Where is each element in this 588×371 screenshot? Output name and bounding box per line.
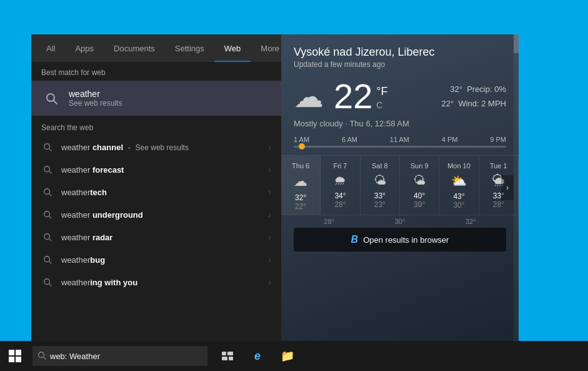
hour-label: 1 AM: [294, 136, 309, 143]
unit-celsius: C: [376, 99, 387, 112]
low-temp: 28°: [493, 200, 504, 209]
day-name: Sat 8: [372, 162, 388, 170]
arrow-icon: ›: [268, 210, 271, 220]
weather-temperature: 22 °F C: [334, 79, 388, 114]
search-icon: [37, 351, 46, 362]
bottom-temp: 32°: [466, 218, 476, 225]
best-match-item[interactable]: weather See web results: [31, 81, 281, 116]
svg-line-12: [49, 239, 52, 241]
tab-web[interactable]: Web: [214, 34, 251, 62]
search-icon: [41, 88, 61, 108]
forecast-day-sat: Sat 8 🌤 33° 23°: [361, 156, 400, 215]
file-explorer-button[interactable]: 📁: [272, 341, 302, 371]
arrow-icon: ›: [268, 277, 271, 287]
low-temp: 30°: [453, 201, 464, 210]
search-web-label: Search the web: [31, 117, 281, 136]
bing-icon: B: [351, 234, 359, 245]
search-panel: All Apps Documents Settings Web More ▼: [31, 34, 519, 341]
taskbar-search-box[interactable]: [32, 346, 207, 366]
weather-icon: ☁: [294, 173, 307, 190]
wind-info: 22° Wind: 2 MPH: [442, 96, 506, 111]
weather-icon: ⛅: [451, 173, 467, 188]
high-temp: 43°: [453, 192, 464, 201]
hour-label: 11 AM: [390, 136, 409, 143]
hourly-container: 1 AM 6 AM 11 AM 4 PM 9 PM: [281, 133, 519, 154]
search-icon: [41, 276, 54, 288]
high-low-temp: 32° Precip: 0%: [442, 82, 506, 96]
forecast-next-button[interactable]: ›: [501, 175, 514, 200]
high-temp: 32°: [295, 193, 306, 202]
task-view-button[interactable]: [212, 341, 242, 371]
day-name: Fri 7: [333, 162, 347, 170]
search-icon: [41, 231, 54, 243]
arrow-icon: ›: [268, 165, 271, 175]
weather-header: Vysoké nad Jizerou, Liberec Updated a fe…: [281, 34, 519, 74]
open-browser-label: Open results in browser: [363, 235, 449, 245]
forecast-bottom-strip: 28° 30° 32°: [281, 215, 519, 228]
best-match-label: Best match for web: [31, 62, 281, 81]
svg-line-18: [44, 357, 46, 359]
edge-icon: e: [254, 350, 261, 363]
suggestion-text: weathering with you: [61, 278, 268, 287]
weather-icon: 🌤: [413, 173, 426, 188]
cloud-icon: ☁: [294, 79, 324, 114]
arrow-icon: ›: [268, 142, 271, 152]
scrollbar[interactable]: [514, 34, 519, 341]
search-icon: [41, 253, 54, 266]
tab-apps[interactable]: Apps: [65, 34, 104, 62]
weather-updated: Updated a few minutes ago: [294, 60, 506, 69]
suggestion-item[interactable]: weather forecast ›: [31, 158, 281, 181]
svg-line-16: [49, 284, 52, 287]
suggestion-item[interactable]: weather underground ›: [31, 203, 281, 226]
folder-icon: 📁: [281, 349, 294, 363]
search-input[interactable]: [50, 352, 202, 361]
svg-line-10: [49, 216, 52, 219]
arrow-icon: ›: [268, 187, 271, 197]
scrollbar-thumb: [514, 34, 519, 53]
day-name: Tue 1: [490, 162, 507, 170]
svg-point-1: [47, 94, 54, 101]
weather-icon: 🌤: [374, 173, 386, 188]
hourly-labels: 1 AM 6 AM 11 AM 4 PM 9 PM: [294, 136, 506, 143]
day-name: Mon 10: [447, 162, 471, 170]
day-name: Thu 6: [292, 162, 309, 170]
arrow-icon: ›: [268, 232, 271, 242]
edge-browser-button[interactable]: e: [242, 341, 272, 371]
nav-tabs: All Apps Documents Settings Web More ▼: [31, 34, 281, 62]
suggestion-item[interactable]: weather channel - See web results ›: [31, 136, 281, 158]
search-icon: [41, 208, 54, 221]
low-temp: 39°: [414, 200, 425, 209]
suggestion-item[interactable]: weathertech ›: [31, 181, 281, 203]
tab-all[interactable]: All: [36, 34, 65, 62]
suggestion-text: weatherbug: [61, 255, 268, 265]
forecast-day-fri: Fri 7 🌧 34° 28°: [321, 156, 360, 215]
windows-icon: [9, 350, 21, 362]
best-match-title: weather: [69, 89, 122, 99]
bottom-temp: 30°: [395, 218, 406, 225]
hourly-bar: [294, 146, 506, 148]
weather-panel: Vysoké nad Jizerou, Liberec Updated a fe…: [281, 34, 519, 341]
bottom-temp: 28°: [324, 218, 334, 225]
hour-label: 4 PM: [442, 136, 458, 143]
suggestion-text: weathertech: [61, 188, 268, 197]
tab-documents[interactable]: Documents: [104, 34, 165, 62]
svg-line-6: [49, 171, 52, 174]
svg-rect-21: [222, 357, 227, 360]
suggestion-item[interactable]: weather radar ›: [31, 226, 281, 248]
svg-rect-22: [229, 357, 233, 360]
suggestion-text: weather channel - See web results: [61, 143, 268, 152]
low-temp: 28°: [334, 200, 346, 209]
suggestion-item[interactable]: weatherbug ›: [31, 248, 281, 271]
tab-settings[interactable]: Settings: [165, 34, 214, 62]
suggestions-list: weather channel - See web results › weat…: [31, 136, 281, 293]
weather-details: 32° Precip: 0% 22° Wind: 2 MPH: [442, 82, 506, 111]
open-browser-button[interactable]: B Open results in browser: [294, 228, 506, 252]
day-name: Sun 9: [411, 162, 429, 170]
weather-condition: Mostly cloudy · Thu 6, 12:58 AM: [281, 116, 519, 133]
left-panel: All Apps Documents Settings Web More ▼: [31, 34, 281, 341]
taskbar-center-icons: e 📁: [212, 341, 302, 371]
start-button[interactable]: [0, 341, 30, 371]
svg-line-4: [49, 149, 52, 151]
high-temp: 33°: [374, 191, 386, 200]
suggestion-item[interactable]: weathering with you ›: [31, 271, 281, 293]
